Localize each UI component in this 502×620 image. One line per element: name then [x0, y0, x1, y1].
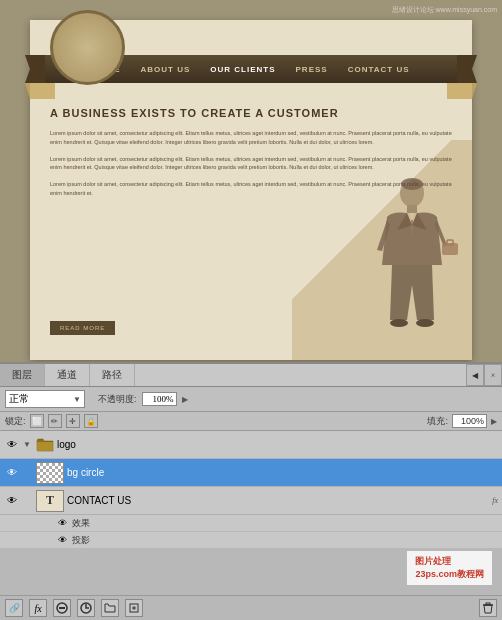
new-layer-button[interactable]: [125, 599, 143, 617]
layer-bg-circle-thumbnail: [36, 462, 64, 484]
nav-ribbon-right: [457, 55, 477, 83]
layer-bg-circle-eye[interactable]: 👁: [4, 465, 20, 481]
delete-layer-button[interactable]: [479, 599, 497, 617]
nav-ribbon-left: [25, 55, 45, 83]
close-panel-button[interactable]: ×: [484, 364, 502, 386]
add-mask-button[interactable]: [53, 599, 71, 617]
website-mockup: HOME ABOUT US OUR CLIENTS PRESS CONTACT …: [0, 0, 502, 370]
layer-fx-badge: fx: [492, 496, 498, 505]
svg-rect-7: [37, 442, 53, 451]
logo-circle: [50, 10, 125, 85]
adjustment-layer-button[interactable]: [77, 599, 95, 617]
svg-rect-4: [447, 240, 453, 245]
link-layers-button[interactable]: 🔗: [5, 599, 23, 617]
collapse-button[interactable]: ◀: [466, 364, 484, 386]
folder-icon: [36, 438, 54, 452]
nav-press[interactable]: PRESS: [296, 65, 328, 74]
blend-mode-label: 正常: [9, 392, 29, 406]
layer-logo-name: logo: [57, 439, 498, 450]
vintage-man-illustration: [362, 175, 462, 355]
opacity-input[interactable]: 100%: [142, 392, 177, 406]
layer-logo[interactable]: 👁 ▼ logo: [0, 431, 502, 459]
opacity-label: 不透明度:: [98, 393, 137, 406]
paragraph-2: Lorem ipsum dolor sit amet, consectetur …: [50, 155, 452, 173]
lock-row: 锁定: ⬜ ✏ ✛ 🔒 填充: 100% ▶: [0, 412, 502, 431]
fx-button[interactable]: fx: [29, 599, 47, 617]
effect-visibility-eye[interactable]: 👁: [55, 516, 69, 530]
fill-arrow[interactable]: ▶: [491, 417, 497, 426]
chevron-down-icon: ▼: [73, 395, 81, 404]
tab-channels[interactable]: 通道: [45, 364, 90, 386]
site-watermark: 图片处理 23ps.com教程网: [407, 551, 492, 585]
tab-paths[interactable]: 路径: [90, 364, 135, 386]
top-watermark: 思绪设计论坛 www.missyuan.com: [392, 5, 497, 15]
shadow-label: 投影: [72, 534, 90, 547]
lock-move-button[interactable]: ✛: [66, 414, 80, 428]
layer-bg-circle-name: bg circle: [67, 467, 498, 478]
ps-bottom-toolbar: 🔗 fx: [0, 595, 502, 620]
layers-list: 👁 ▼ logo 👁 bg circle 👁 T CONTACT US: [0, 431, 502, 549]
layer-expand-icon[interactable]: ▼: [23, 440, 33, 449]
read-more-button[interactable]: READ MORE: [50, 321, 115, 335]
paragraph-1: Lorem ipsum dolor sit amet, consectetur …: [50, 129, 452, 147]
lock-label: 锁定:: [5, 415, 26, 428]
ps-panel-header: 图层 通道 路径 ◀ ×: [0, 364, 502, 387]
layer-contact-us[interactable]: 👁 T CONTACT US fx: [0, 487, 502, 515]
layer-contact-name: CONTACT US: [67, 495, 489, 506]
opacity-arrow[interactable]: ▶: [182, 395, 188, 404]
lock-transparent-button[interactable]: ⬜: [30, 414, 44, 428]
layer-contact-eye[interactable]: 👁: [4, 493, 20, 509]
watermark-line1: 图片处理: [415, 555, 484, 568]
svg-rect-15: [486, 603, 490, 605]
new-group-button[interactable]: [101, 599, 119, 617]
shadow-visibility-eye[interactable]: 👁: [55, 533, 69, 547]
svg-rect-2: [407, 205, 417, 213]
lock-all-button[interactable]: 🔒: [84, 414, 98, 428]
svg-point-1: [401, 178, 423, 190]
nav-items: HOME ABOUT US OUR CLIENTS PRESS CONTACT …: [93, 65, 410, 74]
nav-contact[interactable]: CONTACT US: [348, 65, 410, 74]
tab-layers[interactable]: 图层: [0, 364, 45, 386]
nav-clients[interactable]: OUR CLIENTS: [210, 65, 275, 74]
fill-label: 填充:: [427, 415, 448, 428]
layer-visibility-eye[interactable]: 👁: [4, 437, 20, 453]
fill-input[interactable]: 100%: [452, 414, 487, 428]
watermark-line2: 23ps.com教程网: [415, 568, 484, 581]
layer-bg-circle[interactable]: 👁 bg circle: [0, 459, 502, 487]
svg-point-5: [390, 319, 408, 327]
lock-pixels-button[interactable]: ✏: [48, 414, 62, 428]
svg-rect-9: [59, 607, 65, 609]
layer-effect-shadow: 👁 投影: [0, 532, 502, 549]
svg-point-6: [416, 319, 434, 327]
effect-label: 效果: [72, 517, 90, 530]
panel-collapse-buttons: ◀ ×: [466, 364, 502, 386]
layer-effect-effects: 👁 效果: [0, 515, 502, 532]
layers-toolbar: 正常 ▼ 不透明度: 100% ▶: [0, 387, 502, 412]
layer-contact-thumbnail: T: [36, 490, 64, 512]
mockup-inner: HOME ABOUT US OUR CLIENTS PRESS CONTACT …: [30, 20, 472, 360]
blend-mode-dropdown[interactable]: 正常 ▼: [5, 390, 85, 408]
nav-about[interactable]: ABOUT US: [141, 65, 191, 74]
main-title: A BUSINESS EXISTS TO CREATE A CUSTOMER: [50, 107, 452, 119]
